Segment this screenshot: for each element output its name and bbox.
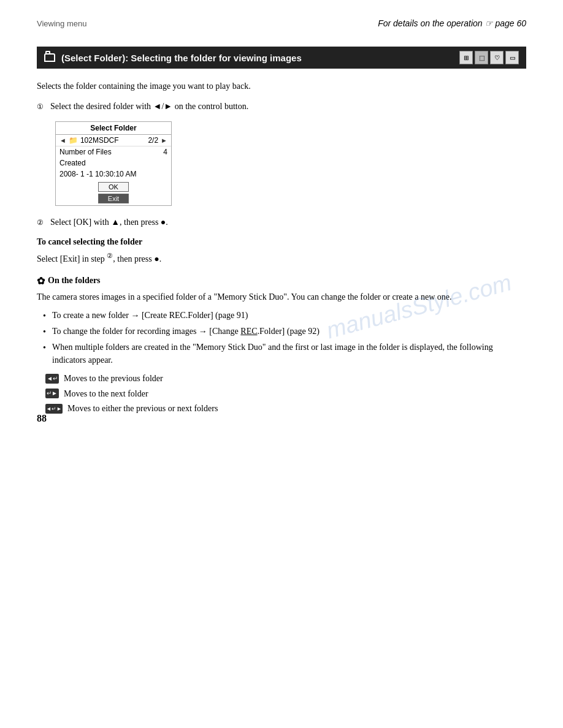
indicator-item-prev: ◄↵ Moves to the previous folder [45, 373, 526, 385]
sf-folder-num: 2/2 [148, 136, 158, 145]
sf-folder-row: ◄ 📁 102MSDCF 2/2 ► [56, 135, 171, 146]
both-folder-text: Moves to either the previous or next fol… [67, 403, 218, 415]
heading-icons: ⊞ ⬚ ♡ ▭ [459, 51, 519, 64]
prev-folder-icon: ◄↵ [45, 374, 59, 384]
step-1: ① Select the desired folder with ◄/► on … [37, 100, 526, 113]
page: Viewing menu For details on the operatio… [0, 0, 563, 442]
tip-heading-text: On the folders [48, 276, 101, 286]
cancel-text: Select [Exit] in step ②, then press ●. [37, 251, 526, 265]
sf-exit-btn[interactable]: Exit [98, 194, 129, 203]
step-2: ② Select [OK] with ▲, then press ●. [37, 216, 526, 229]
sf-title: Select Folder [56, 122, 171, 135]
step2-text: Select [OK] with ▲, then press ●. [50, 216, 526, 229]
folder-icon [44, 53, 55, 62]
list-item: • To change the folder for recording ima… [43, 325, 526, 338]
indicator-item-next: ↵► Moves to the next folder [45, 388, 526, 400]
sf-numfiles-label: Number of Files [59, 148, 112, 156]
icon-heart: ♡ [490, 51, 504, 64]
sf-right-arrow: ► [161, 137, 167, 144]
tip-icon: ✿ [37, 275, 45, 287]
step1-num: ① [37, 101, 47, 112]
next-folder-text: Moves to the next folder [64, 388, 148, 400]
sf-numfiles-val: 4 [163, 148, 167, 156]
both-folder-icon: ◄↵► [45, 404, 63, 414]
section-heading: (Select Folder): Selecting the folder fo… [37, 47, 526, 69]
tip-section: ✿ On the folders The camera stores image… [37, 275, 526, 415]
header: Viewing menu For details on the operatio… [37, 18, 526, 28]
bullet-list: • To create a new folder → [Create REC.F… [43, 309, 526, 366]
sf-folder-name: 102MSDCF [80, 136, 119, 145]
step2-num: ② [37, 217, 47, 228]
cancel-heading: To cancel selecting the folder [37, 237, 526, 247]
icon-folder-active: ⬚ [475, 51, 488, 64]
list-item: • To create a new folder → [Create REC.F… [43, 309, 526, 322]
sf-buttons: OK Exit [56, 180, 171, 205]
icon-display: ▭ [505, 51, 519, 64]
header-right: For details on the operation ☞ page 60 [378, 18, 526, 28]
sf-date: 2008- 1 -1 10:30:10 AM [56, 169, 171, 180]
sf-created-label: Created [59, 159, 86, 167]
indicator-list: ◄↵ Moves to the previous folder ↵► Moves… [45, 373, 526, 415]
intro-text: Selects the folder containing the image … [37, 80, 526, 93]
tip-heading: ✿ On the folders [37, 275, 526, 287]
indicator-item-both: ◄↵► Moves to either the previous or next… [45, 403, 526, 415]
icon-grid: ⊞ [459, 51, 473, 64]
page-number: 88 [37, 413, 47, 424]
next-folder-icon: ↵► [45, 389, 59, 398]
section-title: (Select Folder): Selecting the folder fo… [61, 53, 302, 63]
header-left: Viewing menu [37, 19, 86, 28]
step1-text: Select the desired folder with ◄/► on th… [50, 100, 526, 113]
list-item: • When multiple folders are created in t… [43, 341, 526, 366]
sf-left-arrow: ◄ [59, 137, 66, 144]
sf-ok-btn[interactable]: OK [98, 182, 129, 192]
tip-body: The camera stores images in a specified … [37, 290, 526, 304]
select-folder-box: Select Folder ◄ 📁 102MSDCF 2/2 ► Number … [55, 121, 172, 206]
sf-folder-icon: 📁 [69, 136, 78, 145]
sf-created-row: Created [56, 157, 171, 169]
prev-folder-text: Moves to the previous folder [64, 373, 163, 385]
sf-numfiles-row: Number of Files 4 [56, 146, 171, 157]
section-heading-left: (Select Folder): Selecting the folder fo… [44, 53, 302, 63]
